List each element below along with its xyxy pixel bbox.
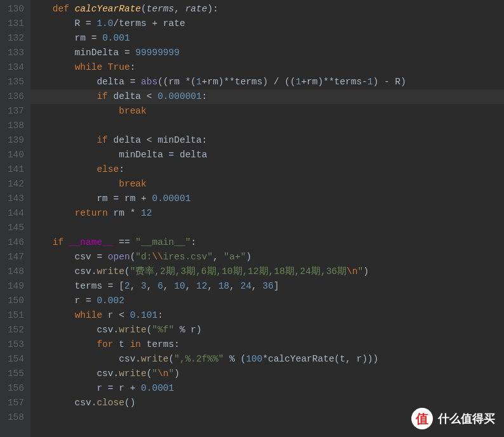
code-token: 1 [196, 77, 202, 87]
code-token: % r) [174, 325, 202, 335]
code-token: ",%.2f%%" [174, 354, 223, 364]
line-number: 131 [5, 16, 24, 31]
watermark-text: 什么值得买 [438, 411, 495, 426]
code-line[interactable]: break [30, 177, 504, 192]
code-token: rm = rm + [30, 193, 152, 204]
code-token: ) [363, 266, 369, 277]
code-token: 0.0001 [141, 383, 174, 393]
code-token: def [53, 4, 75, 14]
line-number: 141 [5, 162, 24, 177]
code-line[interactable]: csv.write("费率,2期,3期,6期,10期,12期,18期,24期,3… [30, 264, 504, 279]
code-token: 0.00001 [152, 193, 190, 204]
code-token: write [119, 325, 147, 335]
code-token: csv. [30, 354, 141, 364]
code-token: 18 [218, 281, 229, 291]
code-token: 10 [174, 281, 185, 291]
code-token [30, 4, 53, 14]
code-area[interactable]: def calcYearRate(terms, rate): R = 1.0/t… [30, 0, 504, 437]
code-token: 0.101 [130, 310, 158, 320]
code-token: : [190, 237, 196, 247]
code-token: csv. [30, 266, 96, 277]
code-line[interactable]: r = 0.002 [30, 294, 504, 308]
code-token [30, 106, 119, 116]
code-token: , [229, 281, 240, 291]
code-line[interactable]: if delta < minDelta: [30, 133, 504, 148]
line-number: 158 [5, 410, 24, 425]
code-token: minDelta = delta [30, 150, 207, 160]
line-number: 148 [5, 264, 24, 279]
code-token: open [108, 252, 130, 262]
code-line[interactable]: rm = rm + 0.00001 [30, 192, 504, 206]
line-number: 149 [5, 279, 24, 294]
code-line[interactable]: break [30, 104, 504, 119]
code-token: delta < [114, 91, 158, 101]
code-line[interactable]: def calcYearRate(terms, rate): [30, 2, 504, 16]
code-token: "d: [135, 252, 152, 262]
code-line[interactable]: minDelta = 99999999 [30, 46, 504, 60]
code-token: , [130, 281, 141, 291]
code-token: rm * [114, 208, 142, 218]
code-token: "%f" [152, 325, 174, 335]
code-token: 0.001 [102, 33, 130, 43]
code-token: +rm)**terms) / (( [202, 77, 296, 87]
code-token: *calcYearRate(t, r))) [263, 354, 379, 364]
code-line[interactable]: else: [30, 162, 504, 177]
code-token: % ( [224, 354, 246, 364]
code-token: break [119, 106, 147, 116]
code-token [30, 62, 75, 72]
code-token: , [251, 281, 262, 291]
code-token: in [130, 339, 147, 349]
code-token: " [169, 369, 175, 379]
code-line[interactable]: while True: [30, 60, 504, 75]
code-token: , [174, 4, 185, 14]
code-line[interactable]: r = r + 0.0001 [30, 381, 504, 396]
code-token: 0.002 [96, 296, 124, 306]
line-number: 150 [5, 294, 24, 308]
code-editor[interactable]: 1301311321331341351361371381391401411421… [0, 0, 504, 437]
code-token: "a+" [224, 252, 246, 262]
code-line[interactable]: delta = abs((rm *(1+rm)**terms) / ((1+rm… [30, 75, 504, 89]
code-token: if [53, 237, 69, 247]
code-token: 12 [141, 208, 152, 218]
code-token: delta = [30, 77, 141, 87]
code-line[interactable]: return rm * 12 [30, 206, 504, 221]
code-line[interactable]: csv.write(",%.2f%%" % (100*calcYearRate(… [30, 352, 504, 367]
code-line[interactable]: minDelta = delta [30, 148, 504, 162]
line-number: 157 [5, 396, 24, 410]
code-line[interactable]: while r < 0.101: [30, 308, 504, 323]
code-token: terms [147, 4, 175, 14]
line-number: 154 [5, 352, 24, 367]
code-line[interactable]: R = 1.0/terms + rate [30, 16, 504, 31]
code-token: write [119, 369, 147, 379]
code-token: csv. [30, 325, 119, 335]
code-token: \\ [152, 252, 162, 262]
line-number: 143 [5, 192, 24, 206]
code-line[interactable]: rm = 0.001 [30, 31, 504, 46]
line-number: 151 [5, 308, 24, 323]
code-line[interactable]: csv = open("d:\\ires.csv", "a+") [30, 250, 504, 264]
code-token: ] [274, 281, 279, 291]
code-token: 12 [196, 281, 207, 291]
code-line[interactable]: csv.write("\n") [30, 367, 504, 381]
code-token: minDelta = [30, 48, 135, 58]
line-number: 137 [5, 104, 24, 119]
code-token: terms = [ [30, 281, 124, 291]
code-token: : [157, 310, 163, 320]
code-token [30, 339, 96, 349]
code-line[interactable]: terms = [2, 3, 6, 10, 12, 18, 24, 36] [30, 279, 504, 294]
code-token: write [96, 266, 124, 277]
code-line[interactable] [30, 119, 504, 133]
code-line[interactable]: if __name__ == "__main__": [30, 235, 504, 250]
code-line[interactable]: csv.write("%f" % r) [30, 323, 504, 337]
code-token: , [163, 281, 174, 291]
code-line[interactable]: for t in terms: [30, 337, 504, 352]
code-token: 99999999 [135, 48, 180, 58]
code-line[interactable] [30, 221, 504, 235]
code-token: csv. [30, 369, 119, 379]
code-token: : [119, 164, 124, 174]
code-token [30, 135, 96, 145]
code-token: ires.csv" [163, 252, 213, 262]
code-line[interactable]: if delta < 0.000001: [30, 89, 504, 104]
line-number: 133 [5, 46, 24, 60]
code-token: __name__ [69, 237, 114, 247]
